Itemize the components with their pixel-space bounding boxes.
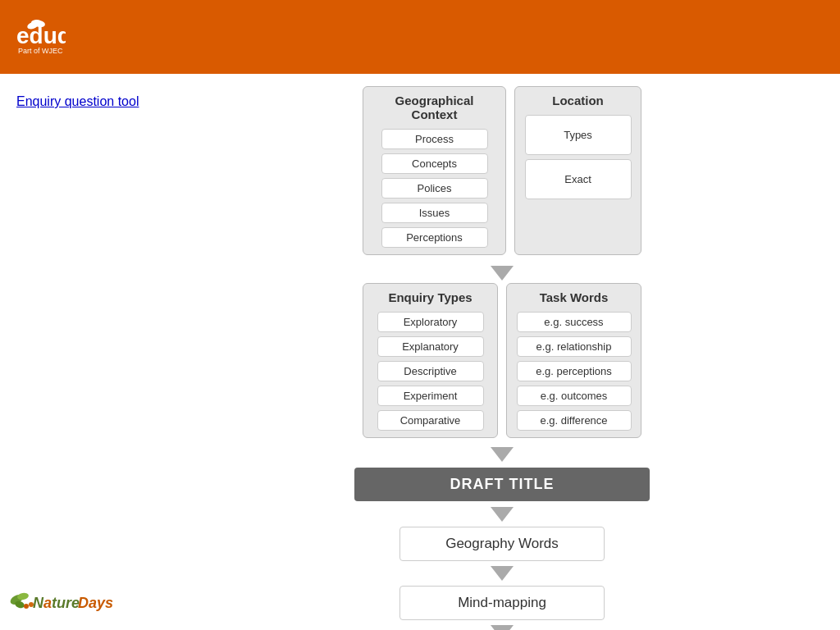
svg-point-8 — [24, 604, 29, 609]
svg-text:ture: ture — [52, 595, 80, 611]
tw-success[interactable]: e.g. success — [517, 312, 632, 332]
geo-process[interactable]: Process — [381, 129, 488, 149]
svg-text:Days: Days — [78, 595, 113, 611]
location-box: Location Types Exact — [514, 86, 641, 255]
second-row: Enquiry Types Exploratory Explanatory De… — [363, 283, 641, 438]
geo-concepts[interactable]: Concepts — [381, 153, 488, 174]
header: eduqas Part of WJEC — [0, 0, 840, 74]
tw-outcomes[interactable]: e.g. outcomes — [517, 386, 632, 406]
arrow-4 — [491, 566, 514, 581]
main-content: Enquiry question tool N a ture Days — [0, 74, 840, 630]
geo-issues[interactable]: Issues — [381, 203, 488, 223]
nature-days-logo: N a ture Days — [8, 582, 123, 622]
task-words-box: Task Words e.g. success e.g. relationshi… — [506, 283, 641, 438]
svg-text:a: a — [43, 595, 52, 611]
geo-perceptions[interactable]: Perceptions — [381, 227, 488, 248]
svg-text:N: N — [33, 595, 44, 611]
diagram: Geographical Context Process Concepts Po… — [180, 86, 824, 618]
tw-difference[interactable]: e.g. difference — [517, 410, 632, 431]
et-experiment[interactable]: Experiment — [377, 386, 484, 406]
arrow-5 — [491, 625, 514, 630]
geography-words-box[interactable]: Geography Words — [399, 527, 605, 561]
location-title: Location — [552, 94, 604, 107]
arrow-1 — [491, 266, 514, 281]
mind-mapping-box[interactable]: Mind-mapping — [399, 586, 605, 620]
geo-context-box: Geographical Context Process Concepts Po… — [363, 86, 506, 255]
arrow-3 — [491, 507, 514, 522]
geo-context-title: Geographical Context — [372, 94, 497, 121]
et-exploratory[interactable]: Exploratory — [377, 312, 484, 332]
tw-relationship[interactable]: e.g. relationship — [517, 336, 632, 357]
sidebar: Enquiry question tool N a ture Days — [16, 86, 180, 618]
geo-polices[interactable]: Polices — [381, 178, 488, 199]
enquiry-link[interactable]: Enquiry question tool — [16, 94, 139, 108]
svg-text:Part of WJEC: Part of WJEC — [18, 47, 63, 55]
enquiry-types-box: Enquiry Types Exploratory Explanatory De… — [363, 283, 498, 438]
task-words-title: Task Words — [540, 290, 609, 304]
enquiry-types-title: Enquiry Types — [388, 290, 472, 304]
et-descriptive[interactable]: Descriptive — [377, 361, 484, 381]
location-types[interactable]: Types — [525, 115, 632, 155]
tw-perceptions[interactable]: e.g. perceptions — [517, 361, 632, 381]
location-exact[interactable]: Exact — [525, 159, 632, 199]
eduqas-logo-icon: eduqas Part of WJEC — [16, 19, 66, 56]
arrow-2 — [491, 447, 514, 462]
top-row: Geographical Context Process Concepts Po… — [363, 86, 641, 255]
et-comparative[interactable]: Comparative — [377, 410, 484, 431]
nature-days-svg: N a ture Days — [8, 582, 123, 619]
logo-area: eduqas Part of WJEC — [16, 19, 66, 56]
draft-title-bar: DRAFT TITLE — [354, 468, 650, 501]
et-explanatory[interactable]: Explanatory — [377, 336, 484, 357]
